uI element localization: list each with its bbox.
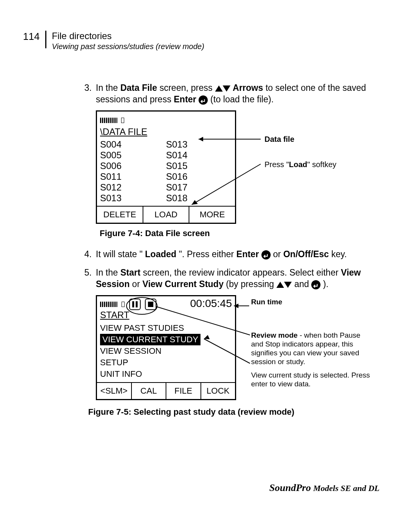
cal-softkey[interactable]: CAL [132, 383, 167, 399]
file-item[interactable]: S013 [166, 139, 232, 150]
step5-start: Start [120, 268, 140, 277]
step5-bypress: (by pressing [226, 279, 277, 289]
pause-icon [129, 299, 141, 310]
file-item[interactable]: S018 [166, 193, 232, 204]
file-softkey[interactable]: FILE [166, 383, 201, 399]
step3-datafile: Data File [120, 83, 157, 93]
more-softkey[interactable]: MORE [189, 207, 235, 223]
file-item[interactable]: S017 [166, 182, 232, 193]
file-item[interactable]: S014 [166, 150, 232, 161]
header-subtitle: Viewing past sessions/studies (review mo… [52, 42, 204, 51]
figure-7-4-caption: Figure 7-4: Data File screen [100, 228, 380, 239]
data-file-screen: \DATA FILE S004 S005 S006 S011 S012 S013… [96, 110, 236, 224]
callout-review-mode: Review mode - when both Pause and Stop i… [251, 331, 374, 366]
screen-title: \DATA FILE [97, 126, 235, 138]
step-3: 3. In the Data File screen, press Arrows… [84, 82, 380, 105]
file-item[interactable]: S015 [166, 161, 232, 171]
file-item[interactable]: S004 [100, 139, 166, 150]
step4-loaded: Loaded [145, 249, 176, 259]
step-5: 5. In the Start screen, the review indic… [84, 267, 380, 290]
step5-mid: screen, the review indicator appears. Se… [143, 268, 341, 277]
step4-mid: ". Press either [179, 249, 236, 259]
step4-onoff: On/Off/Esc [283, 249, 329, 259]
enter-icon [199, 95, 208, 105]
step3-enter: Enter [174, 94, 196, 104]
step-number: 5. [84, 267, 96, 278]
figure-7-5-caption: Figure 7-5: Selecting past study data (r… [88, 406, 380, 418]
battery-icon [121, 118, 124, 123]
file-item[interactable]: S006 [100, 161, 166, 171]
step5-end: ). [323, 279, 329, 289]
step3-mid: screen, press [159, 83, 215, 93]
enter-icon [261, 250, 271, 259]
step5-pre: In the [96, 268, 120, 277]
file-col-2: S013 S014 S015 S016 S017 S018 [166, 139, 232, 204]
step5-and: and [294, 279, 312, 289]
figure-7-4-block: \DATA FILE S004 S005 S006 S011 S012 S013… [84, 110, 380, 224]
figure-7-5-callouts: Run time Review mode - when both Pause a… [251, 295, 374, 388]
file-col-1: S004 S005 S006 S011 S012 S013 [100, 139, 166, 204]
barcode-icon [100, 302, 118, 307]
step3-end: (to load the file). [210, 94, 274, 104]
delete-softkey[interactable]: DELETE [97, 207, 143, 223]
step3-arrows: Arrows [233, 83, 263, 93]
file-item[interactable]: S012 [100, 182, 166, 193]
start-screen: 00:05:45 START VIEW PAST STUDIES VIEW CU… [96, 295, 236, 400]
header-title: File directories [52, 31, 204, 41]
file-item[interactable]: S013 [100, 193, 166, 204]
menu-unit-info[interactable]: UNIT INFO [100, 368, 232, 380]
step5-viewcur: View Current Study [142, 279, 223, 289]
step4-enter: Enter [237, 249, 259, 259]
up-down-arrow-icon [276, 281, 292, 288]
step4-or: or [273, 249, 283, 259]
header-divider [45, 31, 46, 48]
page-number: 114 [23, 31, 39, 43]
step-number: 4. [84, 248, 96, 260]
step5-or: or [132, 279, 143, 289]
status-icons [100, 298, 156, 310]
file-item[interactable]: S016 [166, 171, 232, 182]
figure-7-5-block: 00:05:45 START VIEW PAST STUDIES VIEW CU… [84, 295, 380, 400]
step4-end: key. [331, 249, 347, 259]
callout-runtime: Run time [251, 297, 374, 306]
load-softkey[interactable]: LOAD [143, 207, 190, 223]
stop-icon [145, 299, 156, 310]
brand-logo: SoundPro [269, 482, 311, 493]
callout-data-file: Data file [264, 133, 294, 145]
step-number: 3. [84, 82, 96, 94]
page-footer: SoundPro Models SE and DL [269, 482, 380, 494]
footer-models: Models SE and DL [313, 483, 380, 493]
menu-setup[interactable]: SETUP [100, 357, 232, 368]
run-time: 00:05:45 [190, 298, 232, 309]
step3-pre: In the [96, 83, 120, 93]
battery-icon [122, 302, 125, 307]
file-item[interactable]: S005 [100, 150, 166, 161]
barcode-icon [100, 118, 118, 123]
slm-softkey[interactable]: <SLM> [97, 383, 132, 399]
menu-view-past-studies[interactable]: VIEW PAST STUDIES [100, 322, 232, 334]
page-header: 114 File directories Viewing past sessio… [23, 31, 204, 51]
lock-softkey[interactable]: LOCK [201, 383, 235, 399]
start-title: START [97, 309, 235, 322]
file-item[interactable]: S011 [100, 171, 166, 182]
menu-view-current-study[interactable]: VIEW CURRENT STUDY [100, 334, 200, 345]
up-down-arrow-icon [215, 85, 230, 92]
menu-view-session[interactable]: VIEW SESSION [100, 345, 232, 357]
callout-load: Press "Load" softkey [264, 159, 337, 170]
step-4: 4. It will state " Loaded ". Press eithe… [84, 248, 380, 260]
enter-icon [311, 280, 320, 289]
callout-view-current: View current study is selected. Press en… [251, 371, 374, 388]
step4-pre: It will state " [96, 249, 143, 259]
